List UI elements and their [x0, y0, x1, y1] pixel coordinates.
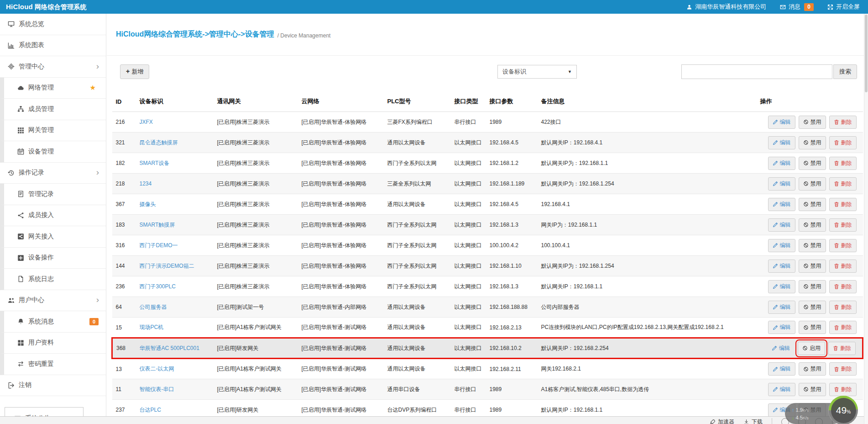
edit-button[interactable]: 编辑: [768, 383, 795, 396]
device-filter-select[interactable]: 设备标识 ▼: [497, 65, 577, 79]
vertical-scrollbar[interactable]: [864, 14, 868, 424]
sidebar-item-label: 系统图表: [19, 41, 44, 49]
sidebar-item-sitemap[interactable]: 成员管理: [0, 99, 106, 120]
download-button[interactable]: 下载: [743, 418, 763, 424]
cell-remark: 默认网关IP为：192.168.1.254: [538, 174, 757, 194]
ban-icon: [802, 345, 808, 351]
delete-button[interactable]: 删除: [829, 177, 857, 191]
sidebar-item-exchange[interactable]: 密码重置: [0, 354, 106, 375]
disable-button[interactable]: 禁用: [799, 301, 826, 314]
edit-button[interactable]: 编辑: [768, 301, 795, 314]
delete-button[interactable]: 删除: [829, 116, 857, 129]
sidebar-item-share[interactable]: 成员接入: [0, 205, 106, 227]
sidebar-item-desktop[interactable]: 系统总览: [0, 14, 106, 35]
delete-button[interactable]: 删除: [829, 198, 857, 211]
edit-button[interactable]: 编辑: [767, 342, 795, 355]
enable-button[interactable]: 启用: [798, 342, 825, 355]
device-link[interactable]: 仪表二-以太网: [140, 366, 174, 372]
cell-remark: 192.168.4.1: [538, 194, 757, 215]
device-link[interactable]: 现场PC机: [140, 324, 164, 330]
sidebar-menu: 系统总览系统图表管理中心›网络管理★成员管理网关管理设备管理操作记录›管理记录成…: [0, 14, 106, 396]
disable-button[interactable]: 禁用: [799, 280, 826, 293]
delete-button[interactable]: 删除: [829, 280, 857, 293]
device-link[interactable]: SMART触摸屏: [140, 222, 175, 228]
delete-button[interactable]: 删除: [829, 136, 857, 149]
device-link[interactable]: JXFX: [140, 119, 153, 125]
sidebar-item-signout[interactable]: 注销: [0, 375, 106, 397]
edit-button[interactable]: 编辑: [768, 321, 795, 334]
sidebar-item-share-square[interactable]: 网关接入: [0, 226, 106, 248]
search-button[interactable]: 搜索: [833, 64, 857, 79]
sidebar-item-cloud[interactable]: 网络管理★: [0, 78, 106, 99]
edit-button[interactable]: 编辑: [768, 239, 795, 252]
delete-button[interactable]: 删除: [829, 260, 857, 273]
edit-button[interactable]: 编辑: [768, 136, 795, 149]
device-link[interactable]: 台达PLC: [140, 407, 161, 413]
sidebar-item-plus-square[interactable]: 设备操作: [0, 248, 106, 269]
sidebar-item-th-large[interactable]: 用户资料: [0, 333, 106, 354]
delete-button[interactable]: 删除: [829, 321, 857, 334]
trash-icon: [834, 325, 839, 330]
cell-remark: 网关192.168.2.1: [538, 359, 757, 379]
sidebar-item-chart[interactable]: 系统图表: [0, 35, 106, 57]
messages-menu[interactable]: 消息 0: [780, 3, 814, 11]
accelerator-button[interactable]: 加速器: [710, 418, 734, 424]
device-link[interactable]: 1234: [140, 180, 152, 187]
add-device-button[interactable]: +新增: [120, 64, 149, 79]
disable-button[interactable]: 禁用: [799, 383, 826, 396]
edit-button[interactable]: 编辑: [768, 198, 795, 211]
star-icon: ★: [90, 84, 96, 92]
device-link[interactable]: SMART设备: [140, 160, 170, 166]
edit-button[interactable]: 编辑: [768, 362, 795, 376]
company-menu[interactable]: 湖南华辰智通科技有限公司: [686, 3, 766, 11]
device-link[interactable]: 西门子DEMO一: [140, 242, 178, 249]
device-link[interactable]: 公司服务器: [140, 304, 167, 310]
delete-button[interactable]: 删除: [828, 342, 856, 355]
sidebar-item-doc[interactable]: 管理记录: [0, 184, 106, 205]
cell-gateway: [已启用]株洲三菱演示: [214, 276, 298, 297]
delete-button[interactable]: 删除: [829, 383, 857, 396]
sidebar-item-history[interactable]: 操作记录›: [0, 163, 106, 184]
disable-button[interactable]: 禁用: [799, 218, 826, 232]
cell-remark: 默认网关IP：192.168.2.254: [538, 338, 757, 359]
disable-button[interactable]: 禁用: [799, 239, 826, 252]
sidebar-item-bell[interactable]: 系统消息0: [0, 311, 106, 333]
delete-button[interactable]: 删除: [829, 239, 857, 252]
disable-button[interactable]: 禁用: [799, 177, 826, 191]
device-link[interactable]: 西门子演示DEMO箱二: [140, 263, 194, 269]
cell-interface-param: 192.168.1.3: [486, 215, 538, 235]
edit-button[interactable]: 编辑: [768, 280, 795, 293]
device-link[interactable]: 智能仪表-串口: [140, 386, 174, 392]
delete-button[interactable]: 删除: [829, 157, 857, 170]
device-link[interactable]: 昆仑通态触摸屏: [140, 139, 178, 146]
scrollbar-thumb[interactable]: [865, 15, 868, 92]
sidebar-item-th[interactable]: 网关管理: [0, 120, 106, 142]
search-input[interactable]: [681, 64, 832, 79]
edit-button[interactable]: 编辑: [768, 218, 795, 232]
edit-button[interactable]: 编辑: [768, 116, 795, 129]
sidebar-item-gears[interactable]: 管理中心›: [0, 56, 106, 78]
sidebar-item-users[interactable]: 用户中心›: [0, 290, 106, 312]
sidebar-item-calendar[interactable]: 设备管理: [0, 141, 106, 163]
device-link[interactable]: 西门子300PLC: [140, 283, 176, 290]
device-link[interactable]: 华辰智通AC 500PLC001: [140, 345, 199, 351]
sidebar-item-file[interactable]: 系统日志: [0, 269, 106, 290]
disable-button[interactable]: 禁用: [799, 362, 826, 376]
edit-button[interactable]: 编辑: [768, 157, 795, 170]
edit-button[interactable]: 编辑: [768, 260, 795, 273]
device-link[interactable]: 摄像头: [140, 201, 156, 207]
delete-button[interactable]: 删除: [829, 301, 857, 314]
disable-button[interactable]: 禁用: [799, 260, 826, 273]
delete-button[interactable]: 删除: [829, 218, 857, 232]
disable-button[interactable]: 禁用: [799, 157, 826, 170]
fullscreen-toggle[interactable]: 开启全屏: [827, 3, 860, 11]
disable-button[interactable]: 禁用: [799, 198, 826, 211]
disable-button[interactable]: 禁用: [799, 116, 826, 129]
trash-icon: [834, 201, 839, 207]
disable-button[interactable]: 禁用: [799, 321, 826, 334]
delete-button[interactable]: 删除: [829, 362, 857, 376]
edit-button[interactable]: 编辑: [768, 177, 795, 191]
desktop-icon: [8, 21, 15, 27]
network-monitor-widget[interactable]: ↑ 1.9K/s ↓ 4.5K/s 49 %: [785, 396, 858, 424]
disable-button[interactable]: 禁用: [799, 136, 826, 149]
